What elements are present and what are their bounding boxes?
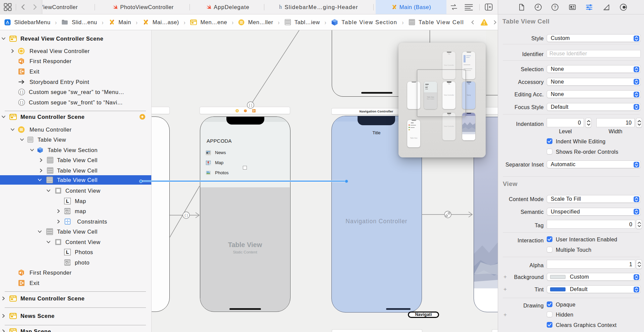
svg-text:{ }: { } bbox=[184, 214, 188, 217]
svg-text:?: ? bbox=[554, 5, 556, 10]
svg-text:{ }: { } bbox=[249, 103, 252, 107]
